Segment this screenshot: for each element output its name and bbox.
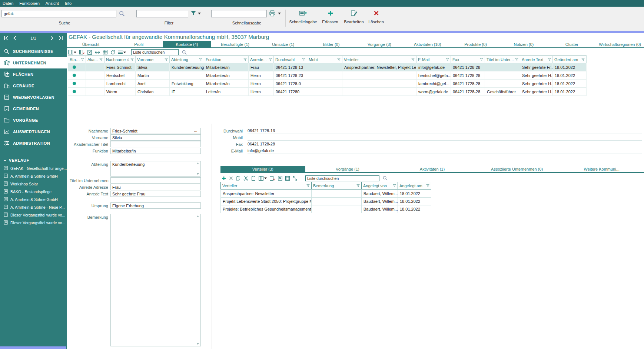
filter-icon[interactable] [190, 10, 196, 16]
menu-funktionen[interactable]: Funktionen [19, 1, 39, 6]
list-item[interactable]: Ansprechpartner: Newsletter Baudaert, Wi… [220, 190, 431, 198]
fit-columns-icon[interactable] [95, 50, 100, 54]
ursprung-field[interactable] [110, 202, 201, 209]
subtab-vorgaenge[interactable]: Vorgänge (1) [305, 166, 390, 172]
search-icon[interactable] [119, 10, 125, 17]
excel-export-icon[interactable] [87, 50, 92, 55]
pane-splitter[interactable] [212, 124, 212, 349]
column-header-durchwahl[interactable]: Durchwahl [274, 56, 307, 63]
expand-icon[interactable] [293, 176, 297, 181]
search-input[interactable] [1, 10, 116, 17]
cut-icon[interactable] [243, 176, 248, 181]
column-header-geaendert[interactable]: Geändert am [553, 56, 587, 63]
column-header-anrede-text[interactable]: Anrede Text [520, 56, 553, 63]
history-item[interactable]: BÄKO - Bestandspflege [0, 188, 67, 195]
column-header-aka[interactable]: Aka... [86, 56, 104, 63]
sidebar-item-auswertungen[interactable]: AUSWERTUNGEN [0, 126, 67, 137]
titel-unternehmen-field[interactable] [110, 177, 201, 184]
history-item[interactable]: A. Amrhein & Söhne GmbH [0, 195, 67, 203]
table-row[interactable]: Fries-Schmidt SilviaKundenberteuung Mita… [68, 63, 587, 71]
tab-umsaetze[interactable]: Umsätze (1) [259, 41, 307, 47]
tab-aktivitaeten[interactable]: Aktivitäten (10) [404, 41, 452, 47]
tab-uebersicht[interactable]: Übersicht [67, 41, 115, 47]
history-item[interactable]: Workshop Solar [0, 180, 67, 188]
nachname-lookup-button[interactable]: ... [191, 128, 200, 134]
column-header-vorname[interactable]: Vorname [136, 56, 170, 63]
subtab-assoziierte-unternehmen[interactable]: Assoziierte Unternehmen (0) [475, 166, 560, 172]
tab-notizen[interactable]: Notizen (0) [499, 41, 548, 47]
menu-ansicht[interactable]: Ansicht [46, 1, 59, 6]
sidebar-item-gemeinden[interactable]: GEMEINDEN [0, 103, 67, 114]
remove-column-icon[interactable] [270, 176, 275, 181]
history-item[interactable]: GEFAK - Gesellschaft für ange... [0, 164, 67, 172]
abteilung-textarea[interactable]: Kundenberteuung [110, 161, 201, 177]
copy-icon[interactable] [236, 176, 240, 181]
quick-output-input[interactable] [211, 10, 267, 17]
filter-input[interactable] [136, 10, 188, 17]
funktion-field[interactable] [110, 148, 201, 154]
menu-daten[interactable]: Daten [3, 1, 13, 6]
contacts-list-search-icon[interactable] [182, 50, 187, 55]
tab-beschaeftigte[interactable]: Beschäftigte (1) [211, 41, 259, 47]
history-item[interactable]: A. Amrhein & Söhne GmbH [0, 172, 67, 180]
sidebar-item-gebaeude[interactable]: GEBÄUDE [0, 80, 67, 91]
scroll-arrows[interactable] [196, 162, 200, 176]
refresh-icon[interactable] [110, 50, 115, 55]
last-record-icon[interactable] [58, 36, 63, 40]
contacts-list-search-input[interactable] [131, 49, 179, 55]
history-item[interactable]: A. Amrhein & Söhne - Neue P... [0, 203, 67, 211]
sidebar-item-unternehmen[interactable]: UNTERNEHMEN [0, 57, 67, 68]
fax-field[interactable]: 06421 1728-28 [248, 141, 642, 147]
email-field[interactable]: info@gefak.de [248, 148, 642, 154]
tab-bilder[interactable]: Bilder (0) [307, 41, 355, 47]
subtab-verteiler[interactable]: Verteiler (3) [220, 166, 305, 172]
grid-view-icon[interactable] [103, 50, 107, 54]
add-row-icon[interactable] [222, 176, 226, 181]
subtab-weitere-kommunikation[interactable]: Weitere Kommuni... [559, 166, 644, 172]
grid-view-icon[interactable] [285, 176, 290, 181]
verteiler-list-search-icon[interactable] [382, 175, 388, 181]
mobil-field[interactable] [248, 134, 642, 141]
next-record-icon[interactable] [50, 36, 54, 40]
table-row[interactable]: Hentschel Martin Mitarbeiter/inHerrn 064… [68, 71, 587, 80]
scroll-indicator[interactable] [0, 346, 66, 349]
column-header-mobil[interactable]: Mobil [307, 56, 342, 63]
first-record-icon[interactable] [3, 36, 9, 40]
column-header-verteiler[interactable]: Verteiler [342, 56, 416, 63]
column-header-anrede[interactable]: Anrede... [249, 56, 274, 63]
prev-record-icon[interactable] [13, 36, 16, 40]
table-row[interactable]: Lambrecht AxelEntwicklung Mitarbeiter/in… [68, 80, 587, 88]
column-header-angelegt-von[interactable]: Angelegt von [362, 182, 398, 189]
history-item[interactable]: Dieser Vorgangstitel wurde vo... [0, 219, 67, 226]
printer-icon[interactable] [269, 10, 276, 17]
nachname-field[interactable] [110, 128, 201, 134]
akad-titel-field[interactable] [110, 141, 201, 147]
verteiler-list-search-input[interactable] [305, 175, 379, 181]
excel-export-icon[interactable] [278, 176, 282, 181]
remove-column-icon[interactable] [79, 50, 84, 54]
tab-vorgaenge[interactable]: Vorgänge (3) [355, 41, 404, 47]
sidebar-item-administration[interactable]: ADMINISTRATION [0, 137, 67, 149]
tab-wirtschaftsregionen[interactable]: Wirtschaftsregionen (0) [596, 41, 644, 47]
column-header-nachname[interactable]: Nachname [104, 56, 136, 63]
column-header-verteiler[interactable]: Verteiler [221, 182, 312, 189]
edit-button[interactable]: Bearbeiten [342, 9, 365, 24]
column-header-titel[interactable]: Titel im Unter... [485, 56, 520, 63]
sidebar-item-vorgaenge[interactable]: VORGÄNGE [0, 114, 67, 126]
vorname-field[interactable] [110, 134, 201, 141]
list-item[interactable]: Projekt Lebenswerte Stadt 2050: Projektg… [220, 198, 431, 205]
sidebar-item-wiedervorlagen[interactable]: WIEDERVORLAGEN [0, 91, 67, 103]
durchwahl-field[interactable]: 06421 1728-13 [248, 128, 642, 134]
quick-entry-button[interactable]: Schnelleingabe [289, 9, 317, 24]
column-header-angelegt-am[interactable]: Angelegt am [398, 182, 431, 189]
history-item[interactable]: Dieser Vorgangstitel wurde vo... [0, 211, 67, 219]
tab-kontakte[interactable]: Kontakte (4) [163, 41, 211, 47]
column-header-funktion[interactable]: Funktion [204, 56, 249, 63]
table-row[interactable]: Worm ChristianIT Leiter/inHerrn 06421 17… [68, 88, 587, 96]
remove-row-icon[interactable] [229, 176, 233, 180]
sidebar-item-flaechen[interactable]: FLÄCHEN [0, 68, 67, 80]
column-chooser-icon[interactable] [68, 50, 76, 54]
scroll-arrows[interactable] [196, 215, 200, 346]
tab-cluster[interactable]: Cluster [548, 41, 596, 47]
column-header-fax[interactable]: Fax [451, 56, 485, 63]
